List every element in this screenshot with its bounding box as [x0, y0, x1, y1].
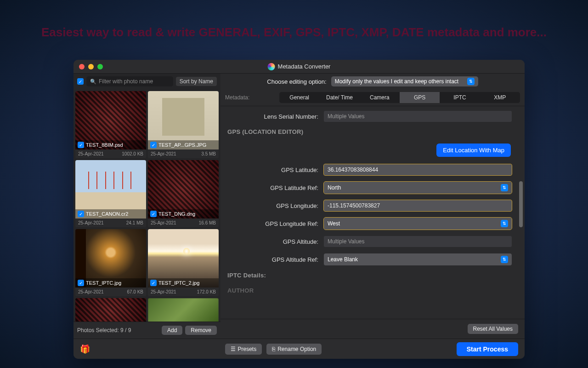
tab-segmented: General Date/ Time Camera GPS IPTC XMP	[279, 92, 520, 103]
editing-option-select[interactable]: Modify only the values I edit and keep o…	[331, 76, 478, 86]
gps-section-header: GPS (LOCATION EDITOR)	[227, 128, 512, 135]
thumb-checkbox[interactable]: ✓	[150, 280, 157, 286]
editor-footer: Reset All Values	[220, 319, 525, 339]
scrollbar[interactable]	[519, 181, 523, 227]
gps-latitude-ref-value: North	[328, 184, 341, 191]
thumb-date: 25-Apr-2021	[151, 289, 176, 294]
tab-iptc[interactable]: IPTC	[440, 92, 480, 103]
thumbnail-item[interactable]: ✓TEST_DNG.dng 25-Apr-202116.6 MB	[148, 160, 219, 227]
thumb-date: 25-Apr-2021	[78, 220, 104, 225]
tagline: Easiest way to read & write GENERAL, EXI…	[0, 25, 588, 40]
gps-latitude-ref-select[interactable]: North⇅	[324, 182, 512, 194]
thumbnail-item[interactable]: ✓TEST_AP...GPS.JPG 25-Apr-20213.5 MB	[148, 91, 219, 158]
thumb-size: 24.1 MB	[126, 220, 143, 225]
chevron-updown-icon: ⇅	[501, 184, 508, 191]
tab-xmp[interactable]: XMP	[480, 92, 520, 103]
editor-scroll[interactable]: Lens Serial Number: GPS (LOCATION EDITOR…	[220, 106, 525, 319]
thumb-filename: TEST_AP...GPS.JPG	[158, 142, 206, 148]
tab-datetime[interactable]: Date/ Time	[319, 92, 359, 103]
photo-sidebar: ✓TEST_8BIM.psd 25-Apr-20211002.0 KB ✓TES…	[74, 89, 220, 339]
thumb-date: 25-Apr-2021	[78, 289, 104, 294]
selection-count: Photos Selected: 9 / 9	[77, 327, 159, 334]
start-process-button[interactable]: Start Process	[457, 342, 518, 356]
gps-longitude-input[interactable]	[324, 200, 512, 211]
thumb-filename: TEST_8BIM.psd	[86, 142, 123, 148]
zoom-icon[interactable]	[97, 64, 103, 69]
thumb-checkbox[interactable]: ✓	[150, 142, 157, 148]
thumbnail-image	[148, 298, 219, 322]
thumbnail-item[interactable]: ✓TEST_IPTC.jpg 25-Apr-202167.0 KB	[75, 229, 146, 296]
app-window: Metadata Converter ✓ 🔍 Filter with photo…	[74, 60, 525, 359]
gps-latitude-label: GPS Latitude:	[225, 167, 324, 173]
gps-altitude-input[interactable]	[324, 236, 512, 247]
thumb-filename: TEST_IPTC_2.jpg	[158, 280, 199, 286]
thumbnail-image: ✓TEST_DNG.dng	[148, 160, 219, 218]
editor-toolbar: Choose editing option: Modify only the v…	[220, 74, 525, 89]
add-button[interactable]: Add	[162, 326, 182, 335]
gps-altitude-ref-label: GPS Altitude Ref:	[225, 256, 324, 263]
thumbnail-item[interactable]	[75, 298, 146, 322]
thumb-filename: TEST_CANON.cr2	[86, 211, 128, 217]
gift-icon[interactable]: 🎁	[80, 344, 90, 354]
tab-general[interactable]: General	[279, 92, 319, 103]
rename-option-button[interactable]: ⎘Rename Option	[266, 344, 322, 355]
rename-label: Rename Option	[277, 346, 316, 352]
thumb-date: 25-Apr-2021	[78, 151, 104, 156]
remove-button[interactable]: Remove	[185, 326, 217, 335]
tab-camera[interactable]: Camera	[360, 92, 400, 103]
thumbnail-item[interactable]: ✓TEST_CANON.cr2 25-Apr-202124.1 MB	[75, 160, 146, 227]
thumbnail-image: ✓TEST_CANON.cr2	[75, 160, 146, 218]
select-all-checkbox[interactable]: ✓	[77, 78, 84, 85]
presets-label: Presets	[238, 346, 257, 352]
gps-longitude-label: GPS Longitude:	[225, 202, 324, 209]
minimize-icon[interactable]	[88, 64, 94, 69]
thumb-checkbox[interactable]: ✓	[78, 211, 84, 217]
thumb-filename: TEST_DNG.dng	[158, 211, 195, 217]
search-placeholder: Filter with photo name	[99, 78, 153, 85]
tab-gps[interactable]: GPS	[400, 92, 440, 103]
presets-button[interactable]: ☰Presets	[225, 344, 262, 355]
close-icon[interactable]	[79, 64, 85, 69]
metadata-editor: Metadata: General Date/ Time Camera GPS …	[220, 89, 525, 339]
titlebar: Metadata Converter	[74, 60, 525, 74]
editing-option-value: Modify only the values I edit and keep o…	[335, 78, 459, 85]
reset-all-button[interactable]: Reset All Values	[468, 324, 519, 334]
thumb-checkbox[interactable]: ✓	[150, 211, 157, 217]
choose-editing-label: Choose editing option:	[267, 78, 326, 85]
rename-icon: ⎘	[272, 346, 275, 352]
thumbnail-image: ✓TEST_IPTC.jpg	[75, 229, 146, 288]
window-title-text: Metadata Converter	[278, 63, 331, 70]
thumb-size: 1002.0 KB	[122, 151, 143, 156]
search-icon: 🔍	[90, 79, 96, 85]
lens-serial-input[interactable]	[324, 111, 512, 122]
chevron-updown-icon: ⇅	[467, 78, 475, 85]
traffic-lights	[79, 64, 103, 69]
thumb-checkbox[interactable]: ✓	[78, 142, 84, 148]
sort-button[interactable]: Sort by Name	[176, 77, 217, 86]
thumb-size: 67.0 KB	[127, 289, 143, 294]
thumbnail-item[interactable]: ✓TEST_IPTC_2.jpg 25-Apr-2021172.0 KB	[148, 229, 219, 296]
thumbnail-item[interactable]	[148, 298, 219, 322]
sidebar-toolbar: ✓ 🔍 Filter with photo name Sort by Name	[74, 74, 220, 89]
thumbnail-image: ✓TEST_IPTC_2.jpg	[148, 229, 219, 288]
thumbnail-item[interactable]: ✓TEST_8BIM.psd 25-Apr-20211002.0 KB	[75, 91, 146, 158]
thumbnail-image: ✓TEST_8BIM.psd	[75, 91, 146, 150]
gps-altitude-label: GPS Altitude:	[225, 238, 324, 245]
thumb-size: 16.6 MB	[199, 220, 216, 225]
gps-longitude-ref-label: GPS Longitude Ref:	[225, 220, 324, 227]
thumb-checkbox[interactable]: ✓	[78, 280, 84, 286]
thumb-size: 172.0 KB	[197, 289, 216, 294]
thumb-size: 3.5 MB	[201, 151, 216, 156]
chevron-updown-icon: ⇅	[501, 256, 508, 263]
search-input[interactable]: 🔍 Filter with photo name	[86, 76, 173, 86]
gps-latitude-ref-label: GPS Latitude Ref:	[225, 184, 324, 191]
edit-location-map-button[interactable]: Edit Location With Map	[436, 144, 511, 157]
gps-altitude-ref-value: Leave Blank	[328, 256, 358, 263]
gps-altitude-ref-select[interactable]: Leave Blank⇅	[324, 253, 512, 265]
bottom-toolbar: 🎁 ☰Presets ⎘Rename Option Start Process	[74, 339, 525, 359]
thumb-date: 25-Apr-2021	[151, 220, 176, 225]
author-section-header: AUTHOR	[227, 287, 512, 294]
gps-latitude-input[interactable]	[324, 164, 512, 175]
thumb-filename: TEST_IPTC.jpg	[86, 280, 121, 286]
gps-longitude-ref-select[interactable]: West⇅	[324, 218, 512, 230]
